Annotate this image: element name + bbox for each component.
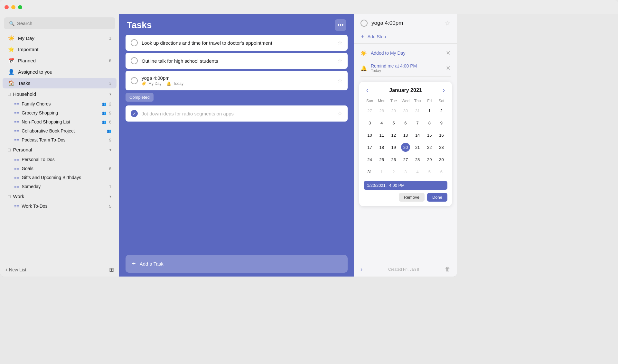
new-list-button[interactable]: + New List: [5, 267, 26, 272]
calendar-day[interactable]: 29: [388, 105, 399, 117]
calendar-day[interactable]: 31: [412, 105, 424, 117]
calendar-day[interactable]: 31: [364, 166, 376, 178]
calendar-day[interactable]: 16: [435, 129, 447, 141]
new-group-button[interactable]: ⊞: [109, 266, 114, 273]
calendar-day[interactable]: 29: [424, 153, 435, 166]
calendar-day[interactable]: 28: [376, 105, 388, 117]
sidebar-item-gifts-birthdays[interactable]: ≡≡ Gifts and Upcoming Birthdays: [3, 173, 117, 182]
completed-task-item[interactable]: ✓ Jot down ideas for radio segments on a…: [126, 105, 348, 122]
calendar-day[interactable]: 2: [388, 166, 399, 178]
sidebar-item-personal-todos[interactable]: ≡≡ Personal To Dos: [3, 155, 117, 164]
sidebar-item-important[interactable]: ⭐ Important: [3, 44, 117, 55]
bell-meta-icon: 🔔: [166, 81, 171, 86]
calendar-done-button[interactable]: Done: [427, 193, 447, 202]
panel-footer-delete-icon[interactable]: 🗑: [445, 266, 451, 273]
calendar-day[interactable]: 3: [364, 117, 376, 129]
minimize-button[interactable]: [11, 5, 15, 9]
sidebar-item-non-food-shopping[interactable]: ≡≡ Non-Food Shopping List 👥 6: [3, 118, 117, 126]
calendar-day[interactable]: 23: [435, 141, 447, 153]
task-item-yoga[interactable]: yoga 4:00pm ☀️ My Day · 🔔 Today ☆: [126, 71, 348, 90]
task-star-icon[interactable]: ☆: [337, 110, 342, 117]
sidebar-item-my-day[interactable]: ☀️ My Day 1: [3, 33, 117, 43]
task-item[interactable]: Look up directions and time for travel t…: [126, 35, 348, 51]
calendar-day[interactable]: 18: [376, 141, 388, 153]
sidebar-item-grocery-shopping[interactable]: ≡≡ Grocery Shopping 👥 9: [3, 109, 117, 117]
calendar-day[interactable]: 13: [399, 129, 411, 141]
calendar-day[interactable]: 3: [399, 166, 411, 178]
detail-myday-row[interactable]: ☀️ Added to My Day ✕: [360, 46, 451, 60]
sidebar-item-family-chores[interactable]: ≡≡ Family Chores 👥 2: [3, 100, 117, 108]
calendar-day[interactable]: 5: [424, 166, 435, 178]
sidebar-item-assigned[interactable]: 👤 Assigned to you: [3, 67, 117, 77]
calendar-day[interactable]: 30: [399, 105, 411, 117]
completed-header-label: Completed: [126, 93, 154, 102]
task-checkbox[interactable]: [131, 39, 138, 46]
task-star-icon[interactable]: ☆: [337, 39, 342, 46]
calendar-day[interactable]: 4: [376, 117, 388, 129]
calendar-day[interactable]: 19: [388, 141, 399, 153]
sidebar-item-tasks[interactable]: 🏠 Tasks 3: [3, 78, 117, 88]
calendar-day[interactable]: 8: [424, 117, 435, 129]
sidebar-item-goals[interactable]: ≡≡ Goals 6: [3, 164, 117, 173]
sidebar-item-someday[interactable]: ≡≡ Someday 1: [3, 182, 117, 191]
today-meta-label: Today: [173, 81, 183, 86]
task-checkbox-checked[interactable]: ✓: [131, 110, 138, 117]
calendar-day[interactable]: 9: [435, 117, 447, 129]
calendar-day[interactable]: 25: [376, 153, 388, 166]
search-bar[interactable]: 🔍 Search: [4, 17, 115, 29]
calendar-day[interactable]: 2: [435, 105, 447, 117]
calendar-day[interactable]: 21: [412, 141, 424, 153]
sidebar-item-podcast-team[interactable]: ≡≡ Podcast Team To-Dos 9: [3, 136, 117, 144]
calendar-prev-button[interactable]: ‹: [364, 86, 371, 94]
calendar-day[interactable]: 11: [376, 129, 388, 141]
calendar-day[interactable]: 6: [399, 117, 411, 129]
new-list-label: + New List: [5, 267, 26, 272]
sidebar-item-collaborative-book[interactable]: ≡≡ Collaborative Book Project 👥: [3, 127, 117, 135]
calendar-day[interactable]: 1: [376, 166, 388, 178]
sidebar-section-work[interactable]: □ Work ▾: [3, 191, 117, 201]
calendar-day[interactable]: 20: [399, 141, 411, 153]
sidebar-item-work-todos[interactable]: ≡≡ Work To-Dos 5: [3, 202, 117, 210]
task-star-icon[interactable]: ☆: [337, 57, 342, 64]
calendar-day[interactable]: 26: [388, 153, 399, 166]
calendar-day[interactable]: 1: [424, 105, 435, 117]
calendar-day[interactable]: 27: [364, 105, 376, 117]
sidebar-section-personal[interactable]: □ Personal ▾: [3, 145, 117, 155]
calendar-day[interactable]: 6: [435, 166, 447, 178]
calendar-day[interactable]: 5: [388, 117, 399, 129]
calendar-day[interactable]: 7: [412, 117, 424, 129]
cal-header-sun: Sun: [364, 97, 376, 105]
calendar-day[interactable]: 27: [399, 153, 411, 166]
calendar-day[interactable]: 12: [388, 129, 399, 141]
calendar-day[interactable]: 4: [412, 166, 424, 178]
calendar-day[interactable]: 22: [424, 141, 435, 153]
myday-close-icon[interactable]: ✕: [446, 50, 451, 57]
detail-checkbox[interactable]: [360, 20, 368, 27]
calendar-day[interactable]: 17: [364, 141, 376, 153]
calendar-day[interactable]: 10: [364, 129, 376, 141]
detail-star-icon[interactable]: ☆: [445, 19, 451, 27]
task-checkbox[interactable]: [131, 77, 138, 84]
calendar-day[interactable]: 28: [412, 153, 424, 166]
add-step-row[interactable]: + Add Step: [354, 30, 457, 44]
task-item[interactable]: Outline talk for high school students ☆: [126, 53, 348, 69]
detail-remind-row[interactable]: 🔔 Remind me at 4:00 PM Today ✕: [360, 60, 451, 77]
add-task-bar[interactable]: + Add a Task: [126, 255, 348, 273]
calendar-day[interactable]: 24: [364, 153, 376, 166]
sidebar-item-planned[interactable]: 📅 Planned 6: [3, 55, 117, 66]
myday-detail-icon: ☀️: [360, 50, 367, 56]
calendar-day[interactable]: 30: [435, 153, 447, 166]
sidebar-section-household[interactable]: □ Household ▾: [3, 89, 117, 99]
task-star-icon[interactable]: ☆: [337, 77, 342, 84]
calendar-remove-button[interactable]: Remove: [399, 193, 425, 202]
fullscreen-button[interactable]: [18, 5, 22, 9]
task-checkbox[interactable]: [131, 57, 138, 64]
remind-close-icon[interactable]: ✕: [446, 65, 451, 72]
close-button[interactable]: [5, 5, 9, 9]
datetime-input[interactable]: [364, 181, 447, 190]
calendar-day[interactable]: 15: [424, 129, 435, 141]
calendar-next-button[interactable]: ›: [440, 86, 447, 94]
panel-footer-nav-icon[interactable]: ›: [360, 266, 362, 273]
main-menu-button[interactable]: •••: [335, 19, 346, 31]
calendar-day[interactable]: 14: [412, 129, 424, 141]
